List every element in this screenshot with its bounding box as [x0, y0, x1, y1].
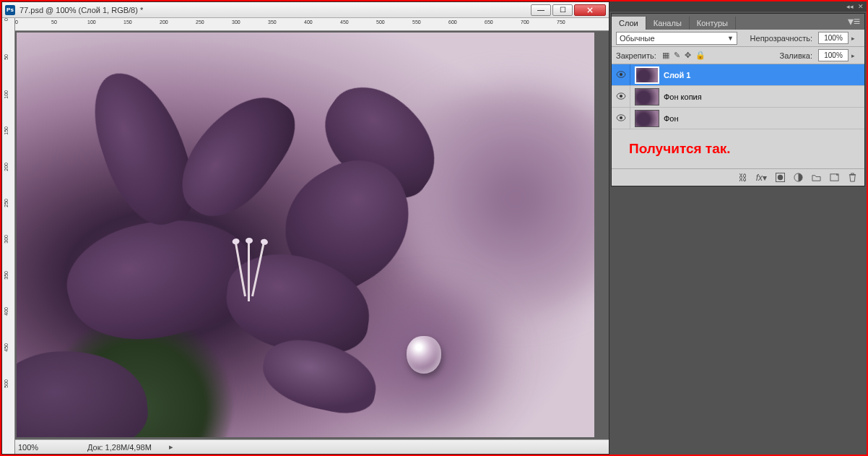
lock-fill-row: Закрепить: ▦ ✎ ✥ 🔒 Заливка: 100% ▸	[612, 47, 864, 64]
ps-app-icon: Ps	[5, 5, 15, 15]
delete-layer-icon[interactable]	[848, 173, 857, 182]
ruler-tick: 0	[4, 18, 9, 21]
blend-opacity-row: Обычные ▼ Непрозрачность: 100% ▸	[612, 30, 864, 47]
layer-row[interactable]: Фон	[612, 108, 864, 129]
ruler-tick: 200	[4, 163, 9, 171]
close-button[interactable]	[574, 4, 606, 16]
ruler-tick: 0	[15, 20, 18, 25]
horizontal-ruler[interactable]: 0501001502002503003504004505005506006507…	[15, 18, 609, 31]
image-canvas[interactable]	[17, 33, 594, 437]
ruler-tick: 200	[160, 20, 168, 25]
ruler-tick: 400	[304, 20, 313, 25]
panel-tabs: Слои Каналы Контуры ▾≡	[612, 14, 864, 30]
layer-name[interactable]: Слой 1	[664, 71, 864, 79]
ruler-tick: 150	[4, 126, 9, 135]
svg-point-5	[619, 116, 622, 119]
empty-panel-space	[609, 188, 867, 455]
ruler-tick: 250	[196, 20, 204, 25]
layer-visibility-toggle[interactable]	[612, 108, 630, 129]
minimize-button[interactable]: —	[531, 4, 551, 16]
ruler-tick: 550	[412, 20, 421, 25]
ruler-tick: 50	[4, 54, 9, 60]
layer-visibility-toggle[interactable]	[612, 86, 630, 107]
layer-name[interactable]: Фон	[664, 114, 864, 123]
lock-transparency-icon[interactable]: ▦	[662, 51, 669, 60]
opacity-input[interactable]: 100%	[818, 32, 849, 44]
svg-point-7	[778, 175, 783, 180]
layer-list: Слой 1Фон копияФон	[612, 64, 864, 129]
ruler-tick: 500	[376, 20, 385, 25]
layer-row[interactable]: Слой 1	[612, 64, 864, 86]
water-drop	[407, 336, 441, 374]
layer-visibility-toggle[interactable]	[612, 64, 630, 85]
opacity-slider-icon[interactable]: ▸	[851, 35, 860, 42]
adjustment-layer-icon[interactable]	[794, 173, 803, 182]
ruler-tick: 600	[448, 20, 457, 25]
blend-mode-select[interactable]: Обычные ▼	[616, 32, 737, 45]
status-menu-arrow-icon[interactable]: ▸	[169, 442, 179, 452]
layer-thumbnail[interactable]	[635, 110, 659, 127]
tab-channels[interactable]: Каналы	[646, 17, 690, 30]
layers-panel: Слои Каналы Контуры ▾≡ Обычные ▼ Непрозр…	[611, 13, 865, 186]
zoom-level[interactable]: 100%	[18, 443, 70, 452]
canvas-area[interactable]	[15, 31, 609, 439]
close-panels-icon[interactable]: ✕	[858, 3, 864, 10]
ruler-tick: 150	[123, 20, 132, 25]
fill-label: Заливка:	[780, 51, 812, 60]
layer-row[interactable]: Фон копия	[612, 86, 864, 108]
eye-icon	[616, 71, 626, 79]
layer-effects-icon[interactable]: fx▾	[756, 173, 767, 183]
ruler-tick: 700	[521, 20, 529, 25]
ruler-tick: 100	[4, 90, 9, 99]
annotation-text: Получится так.	[612, 129, 864, 168]
panel-dock-header: ◂◂ ✕	[609, 1, 867, 12]
eye-icon	[616, 93, 626, 101]
fill-slider-icon[interactable]: ▸	[851, 52, 860, 59]
lock-all-icon[interactable]: 🔒	[695, 51, 706, 60]
tab-paths[interactable]: Контуры	[690, 17, 736, 30]
eye-icon	[616, 114, 626, 123]
ruler-tick: 500	[4, 379, 9, 388]
layer-thumbnail[interactable]	[635, 66, 659, 84]
svg-point-3	[619, 94, 622, 97]
statusbar: 100% Док: 1,28M/4,98M ▸	[15, 439, 609, 454]
ruler-tick: 750	[557, 20, 565, 25]
blend-mode-value: Обычные	[620, 34, 655, 43]
lock-label: Закрепить:	[616, 51, 656, 60]
svg-point-1	[619, 72, 622, 75]
flower-petal	[81, 60, 206, 236]
document-window: Ps 77.psd @ 100% (Слой 1, RGB/8) * — ☐ 0…	[1, 1, 609, 455]
dropdown-arrow-icon: ▼	[727, 35, 734, 42]
ruler-tick: 650	[485, 20, 493, 25]
layers-panel-footer: ⛓ fx▾	[612, 168, 864, 186]
flower-stamen	[248, 242, 250, 301]
ruler-tick: 50	[51, 20, 57, 25]
tab-layers[interactable]: Слои	[612, 17, 646, 30]
ruler-tick: 350	[268, 20, 277, 25]
layer-mask-icon[interactable]	[776, 173, 785, 182]
collapse-panels-icon[interactable]: ◂◂	[846, 3, 854, 10]
ruler-tick: 300	[4, 235, 9, 244]
new-layer-icon[interactable]	[830, 173, 839, 182]
link-layers-icon[interactable]: ⛓	[739, 173, 747, 183]
titlebar[interactable]: Ps 77.psd @ 100% (Слой 1, RGB/8) * — ☐	[2, 2, 609, 18]
ruler-tick: 400	[4, 307, 9, 316]
lock-pixels-icon[interactable]: ✎	[674, 51, 680, 60]
ruler-tick: 350	[4, 271, 9, 280]
layer-thumbnail[interactable]	[635, 88, 659, 106]
right-panel-area: ◂◂ ✕ Слои Каналы Контуры ▾≡ Обычные ▼ Не…	[609, 1, 867, 455]
ruler-tick: 450	[4, 343, 9, 352]
lock-position-icon[interactable]: ✥	[685, 51, 691, 60]
layer-group-icon[interactable]	[812, 173, 821, 182]
vertical-ruler[interactable]: 050100150200250300350400450500	[2, 18, 15, 454]
maximize-button[interactable]: ☐	[552, 4, 573, 16]
ruler-tick: 250	[4, 199, 9, 207]
fill-input[interactable]: 100%	[818, 49, 849, 61]
ruler-tick: 300	[232, 20, 240, 25]
ruler-tick: 450	[340, 20, 349, 25]
layer-name[interactable]: Фон копия	[664, 93, 864, 101]
doc-size-info[interactable]: Док: 1,28M/4,98M	[87, 443, 152, 452]
document-title: 77.psd @ 100% (Слой 1, RGB/8) *	[19, 6, 531, 14]
opacity-label: Непрозрачность:	[750, 34, 812, 43]
panel-menu-icon[interactable]: ▾≡	[843, 13, 864, 30]
